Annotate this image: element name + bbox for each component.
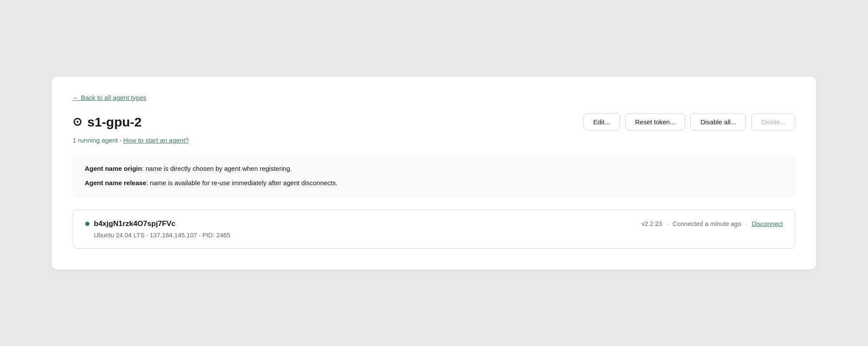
agent-version: v2.2.23 <box>642 220 663 227</box>
info-label-1: Agent name origin <box>85 165 142 172</box>
status-dot <box>85 222 89 226</box>
agent-card: b4xjgN1rzk4O7spj7FVc v2.2.23 · Connected… <box>73 210 795 249</box>
main-card: ← Back to all agent types ⊙ s1-gpu-2 Edi… <box>52 77 816 269</box>
agent-name-heading: s1-gpu-2 <box>87 115 142 130</box>
header-buttons: Edit... Reset token... Disable all... De… <box>583 113 796 130</box>
info-label-2: Agent name release <box>85 179 146 186</box>
info-box: Agent name origin: name is directly chos… <box>73 154 795 197</box>
connected-text: Connected a minute ago <box>673 220 741 227</box>
meta-sep-2: · <box>745 220 747 227</box>
info-line-2: Agent name release: name is available fo… <box>85 178 783 188</box>
running-info: 1 running agent · How to start an agent? <box>73 136 795 144</box>
agent-name: b4xjgN1rzk4O7spj7FVc <box>94 220 176 228</box>
info-line-1: Agent name origin: name is directly chos… <box>85 164 783 174</box>
running-count: 1 running agent <box>73 136 118 144</box>
agent-title: ⊙ s1-gpu-2 <box>73 115 142 130</box>
agent-meta-right: v2.2.23 · Connected a minute ago · Disco… <box>642 220 783 227</box>
separator: · <box>119 136 123 144</box>
agent-sub-info: Ubuntu 24.04 LTS · 137.184.145.107 · PID… <box>85 232 783 239</box>
reset-token-button[interactable]: Reset token... <box>625 113 686 130</box>
delete-button[interactable]: Delete... <box>751 113 795 130</box>
agent-icon: ⊙ <box>73 115 82 129</box>
meta-sep-1: · <box>666 220 668 227</box>
info-text-1: : name is directly chosen by agent when … <box>142 165 292 172</box>
edit-button[interactable]: Edit... <box>583 113 620 130</box>
info-text-2: : name is available for re-use immediate… <box>146 179 338 186</box>
disconnect-link[interactable]: Disconnect <box>752 220 783 227</box>
header-row: ⊙ s1-gpu-2 Edit... Reset token... Disabl… <box>73 113 795 130</box>
agent-name-row: b4xjgN1rzk4O7spj7FVc <box>85 220 176 228</box>
disable-all-button[interactable]: Disable all... <box>690 113 746 130</box>
back-link[interactable]: ← Back to all agent types <box>73 94 146 101</box>
agent-card-header: b4xjgN1rzk4O7spj7FVc v2.2.23 · Connected… <box>85 220 783 228</box>
how-to-link[interactable]: How to start an agent? <box>123 136 189 144</box>
